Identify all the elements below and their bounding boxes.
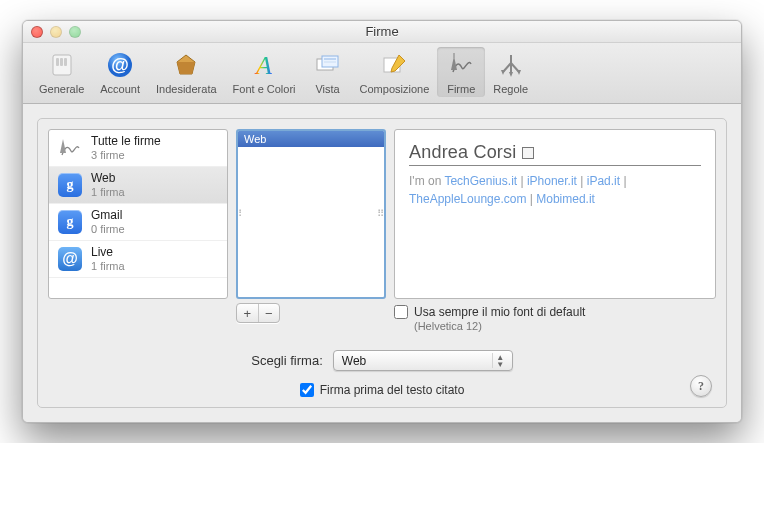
help-button[interactable]: ? xyxy=(690,375,712,397)
tab-regole[interactable]: Regole xyxy=(485,47,536,97)
junk-icon xyxy=(170,49,202,81)
tab-vista[interactable]: Vista xyxy=(304,47,352,97)
svg-marker-14 xyxy=(517,70,521,75)
before-quoted-checkbox[interactable] xyxy=(300,383,314,397)
svg-rect-3 xyxy=(64,58,67,66)
account-count: 1 firma xyxy=(91,260,125,272)
window-controls xyxy=(31,26,81,38)
choose-signature-label: Scegli firma: xyxy=(251,353,323,368)
pen-icon xyxy=(57,135,83,161)
tab-firme[interactable]: Firme xyxy=(437,47,485,97)
switch-icon xyxy=(46,49,78,81)
account-item[interactable]: @Live1 firma xyxy=(49,241,227,278)
account-name: Live xyxy=(91,246,125,259)
content-area: Tutte le firme3 firmegWeb1 firmagGmail0 … xyxy=(23,104,741,422)
tab-font[interactable]: A Font e Colori xyxy=(225,47,304,97)
tab-indesiderata[interactable]: Indesiderata xyxy=(148,47,225,97)
minimize-button[interactable] xyxy=(50,26,62,38)
account-name: Web xyxy=(91,172,125,185)
signature-body: I'm on TechGenius.it | iPhoner.it | iPad… xyxy=(409,172,701,208)
tab-composizione[interactable]: Composizione xyxy=(352,47,438,97)
signature-link[interactable]: TechGenius.it xyxy=(444,174,517,188)
titlebar: Firme xyxy=(23,21,741,43)
select-arrows-icon: ▲▼ xyxy=(492,353,508,368)
svg-text:@: @ xyxy=(111,55,129,75)
rules-icon xyxy=(495,49,527,81)
compose-icon xyxy=(378,49,410,81)
signature-link[interactable]: Mobimed.it xyxy=(536,192,595,206)
tab-generale[interactable]: Generale xyxy=(31,47,92,97)
default-font-subtext: (Helvetica 12) xyxy=(414,320,716,332)
svg-rect-12 xyxy=(453,53,455,58)
choose-signature-select[interactable]: Web ▲▼ xyxy=(333,350,513,371)
signature-item[interactable]: Web xyxy=(238,131,384,147)
preferences-window: Firme Generale @ Account Indesiderata A xyxy=(22,20,742,423)
at-icon: @ xyxy=(57,246,83,272)
default-font-checkbox[interactable] xyxy=(394,305,408,319)
account-count: 3 firme xyxy=(91,149,161,161)
window-title: Firme xyxy=(23,24,741,39)
account-count: 1 firma xyxy=(91,186,125,198)
remove-signature-button[interactable]: − xyxy=(259,304,280,322)
google-icon: g xyxy=(57,209,83,235)
choose-signature-value: Web xyxy=(342,354,366,368)
resize-grip-icon: ⠿ xyxy=(377,212,386,216)
svg-rect-2 xyxy=(60,58,63,66)
signatures-list[interactable]: Web ⠿ ⠿ xyxy=(236,129,386,299)
account-name: Tutte le firme xyxy=(91,135,161,148)
at-icon: @ xyxy=(104,49,136,81)
default-font-label: Usa sempre il mio font di default xyxy=(414,305,585,319)
svg-text:A: A xyxy=(254,51,272,80)
svg-marker-13 xyxy=(501,70,505,75)
add-signature-button[interactable]: + xyxy=(237,304,259,322)
font-icon: A xyxy=(248,49,280,81)
resize-grip-icon: ⠿ xyxy=(236,212,245,216)
preferences-toolbar: Generale @ Account Indesiderata A Font e… xyxy=(23,43,741,104)
svg-rect-1 xyxy=(56,58,59,66)
accounts-list[interactable]: Tutte le firme3 firmegWeb1 firmagGmail0 … xyxy=(48,129,228,299)
account-item[interactable]: gGmail0 firme xyxy=(49,204,227,241)
signature-link[interactable]: iPad.it xyxy=(587,174,620,188)
signature-link[interactable]: iPhoner.it xyxy=(527,174,577,188)
choose-signature-row: Scegli firma: Web ▲▼ xyxy=(251,350,513,371)
signature-link[interactable]: TheAppleLounge.com xyxy=(409,192,526,206)
signature-name-line: Andrea Corsi xyxy=(409,142,701,166)
signature-preview[interactable]: Andrea Corsi I'm on TechGenius.it | iPho… xyxy=(394,129,716,299)
google-icon: g xyxy=(57,172,83,198)
zoom-button[interactable] xyxy=(69,26,81,38)
close-button[interactable] xyxy=(31,26,43,38)
add-remove-group: + − xyxy=(236,303,280,323)
account-item[interactable]: Tutte le firme3 firme xyxy=(49,130,227,167)
account-count: 0 firme xyxy=(91,223,125,235)
before-quoted-label: Firma prima del testo citato xyxy=(320,383,465,397)
before-quoted-checkbox-row[interactable]: Firma prima del testo citato xyxy=(300,383,465,397)
svg-marker-15 xyxy=(509,72,513,77)
default-font-checkbox-row[interactable]: Usa sempre il mio font di default xyxy=(394,305,716,319)
view-icon xyxy=(312,49,344,81)
signature-icon xyxy=(445,49,477,81)
account-item[interactable]: gWeb1 firma xyxy=(49,167,227,204)
account-name: Gmail xyxy=(91,209,125,222)
signatures-panel: Tutte le firme3 firmegWeb1 firmagGmail0 … xyxy=(37,118,727,408)
tab-account[interactable]: @ Account xyxy=(92,47,148,97)
